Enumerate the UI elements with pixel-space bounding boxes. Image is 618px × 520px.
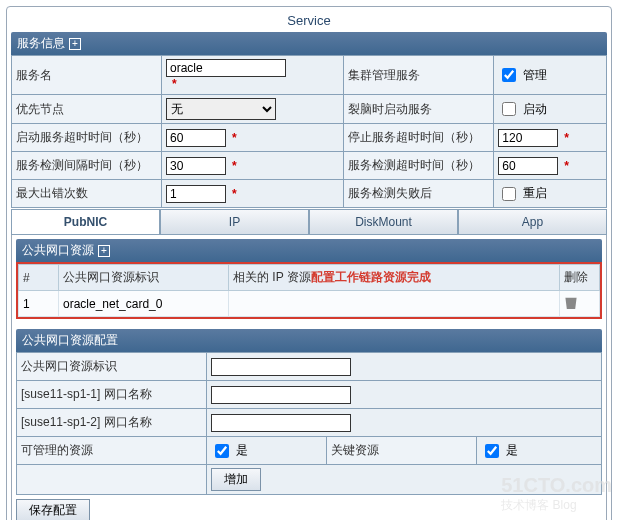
required-marker: *: [232, 159, 237, 173]
label-cfg-nic1: [suse11-sp1-1] 网口名称: [17, 381, 207, 409]
label-cluster-mgmt: 集群管理服务: [344, 56, 494, 95]
pubnic-cfg-header: 公共网口资源配置: [16, 329, 602, 352]
label-check-interval: 服务检测间隔时间（秒）: [12, 152, 162, 180]
priority-node-select[interactable]: 无: [166, 98, 276, 120]
check-timeout-input[interactable]: [498, 157, 558, 175]
cell-relip: [229, 291, 560, 317]
tab-diskmount[interactable]: DiskMount: [309, 209, 458, 234]
cluster-mgmt-checkbox[interactable]: 管理: [498, 65, 547, 85]
cfg-resid-input[interactable]: [211, 358, 351, 376]
table-row: 1 oracle_net_card_0: [19, 291, 600, 317]
stop-timeout-input[interactable]: [498, 129, 558, 147]
label-start-timeout: 启动服务超时时间（秒）: [12, 124, 162, 152]
service-info-table: 服务名 * 集群管理服务 管理 优先节点 无 裂脑时启动服务: [11, 55, 607, 208]
expand-icon[interactable]: +: [98, 245, 110, 257]
required-marker: *: [564, 131, 569, 145]
after-fail-checkbox[interactable]: 重启: [498, 184, 547, 204]
overlay-note: 配置工作链路资源完成: [311, 270, 431, 284]
pubnic-list-table: # 公共网口资源标识 相关的 IP 资源配置工作链路资源完成 删除 1 orac…: [18, 264, 600, 317]
cfg-manageable-checkbox[interactable]: 是: [211, 441, 248, 461]
label-check-timeout: 服务检测超时时间（秒）: [344, 152, 494, 180]
max-errors-input[interactable]: [166, 185, 226, 203]
section-title: 公共网口资源: [22, 242, 94, 259]
cfg-nic1-input[interactable]: [211, 386, 351, 404]
service-name-input[interactable]: [166, 59, 286, 77]
label-after-fail: 服务检测失败后: [344, 180, 494, 208]
cfg-nic2-input[interactable]: [211, 414, 351, 432]
col-idx: #: [19, 265, 59, 291]
label-max-errors: 最大出错次数: [12, 180, 162, 208]
highlighted-resource-list: # 公共网口资源标识 相关的 IP 资源配置工作链路资源完成 删除 1 orac…: [16, 262, 602, 319]
cell-idx: 1: [19, 291, 59, 317]
service-window: Service 服务信息 + 服务名 * 集群管理服务 管理 优先节点 无: [6, 6, 612, 520]
pubnic-cfg-table: 公共网口资源标识 [suse11-sp1-1] 网口名称 [suse11-sp1…: [16, 352, 602, 495]
label-cfg-critical: 关键资源: [327, 437, 477, 465]
start-timeout-input[interactable]: [166, 129, 226, 147]
label-split-start: 裂脑时启动服务: [344, 95, 494, 124]
required-marker: *: [564, 159, 569, 173]
save-button[interactable]: 保存配置: [16, 499, 90, 520]
delete-icon[interactable]: [564, 295, 578, 309]
col-relip: 相关的 IP 资源配置工作链路资源完成: [229, 265, 560, 291]
col-del: 删除: [560, 265, 600, 291]
required-marker: *: [172, 77, 339, 91]
label-stop-timeout: 停止服务超时时间（秒）: [344, 124, 494, 152]
tab-content: 公共网口资源 + # 公共网口资源标识 相关的 IP 资源配置工作链路资源完成 …: [11, 235, 607, 520]
tabs: PubNIC IP DiskMount App: [11, 209, 607, 235]
add-button[interactable]: 增加: [211, 468, 261, 491]
check-interval-input[interactable]: [166, 157, 226, 175]
col-resid: 公共网口资源标识: [59, 265, 229, 291]
section-title: 公共网口资源配置: [22, 332, 118, 349]
required-marker: *: [232, 187, 237, 201]
window-title: Service: [11, 11, 607, 32]
expand-icon[interactable]: +: [69, 38, 81, 50]
label-cfg-manageable: 可管理的资源: [17, 437, 207, 465]
tab-ip[interactable]: IP: [160, 209, 309, 234]
cell-resid: oracle_net_card_0: [59, 291, 229, 317]
tab-pubnic[interactable]: PubNIC: [11, 209, 160, 234]
section-title: 服务信息: [17, 35, 65, 52]
service-info-header: 服务信息 +: [11, 32, 607, 55]
pubnic-res-header: 公共网口资源 +: [16, 239, 602, 262]
label-cfg-nic2: [suse11-sp1-2] 网口名称: [17, 409, 207, 437]
label-priority-node: 优先节点: [12, 95, 162, 124]
split-start-checkbox[interactable]: 启动: [498, 99, 547, 119]
cfg-critical-checkbox[interactable]: 是: [481, 441, 518, 461]
label-service-name: 服务名: [12, 56, 162, 95]
required-marker: *: [232, 131, 237, 145]
tab-app[interactable]: App: [458, 209, 607, 234]
label-cfg-resid: 公共网口资源标识: [17, 353, 207, 381]
